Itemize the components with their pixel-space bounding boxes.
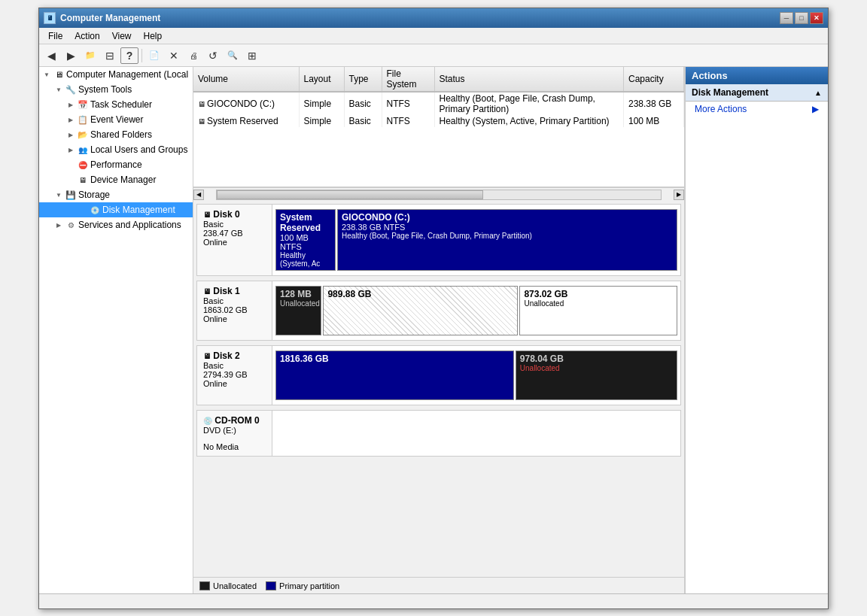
- icon-task-scheduler: 📅: [77, 99, 89, 111]
- partition-block-d2p2[interactable]: 978.04 GB Unallocated: [516, 350, 677, 400]
- title-bar: 🖥 Computer Management ─ □ ✕: [39, 8, 828, 28]
- actions-more-actions[interactable]: More Actions ▶: [686, 102, 828, 117]
- label-disk-management: Disk Management: [102, 205, 175, 215]
- col-layout[interactable]: Layout: [299, 67, 344, 92]
- partition-block-system-reserved[interactable]: System Reserved 100 MB NTFS Healthy (Sys…: [275, 209, 336, 271]
- expand-system-tools[interactable]: ▼: [53, 83, 65, 96]
- disk-0-row: 🖥 Disk 0 Basic 238.47 GB Online System R…: [196, 204, 681, 276]
- partition-block-d1p2[interactable]: 989.88 GB: [323, 286, 518, 335]
- main-window: 🖥 Computer Management ─ □ ✕ File Action …: [38, 8, 829, 609]
- partition-block-giocondo[interactable]: GIOCONDO (C:) 238.38 GB NTFS Healthy (Bo…: [337, 209, 677, 271]
- tree-item-local-users[interactable]: ▶ 👥 Local Users and Groups: [39, 142, 193, 157]
- icon-device-manager: 🖥: [77, 174, 89, 186]
- col-volume[interactable]: Volume: [193, 67, 299, 92]
- tree-item-device-manager[interactable]: ▶ 🖥 Device Manager: [39, 172, 193, 187]
- window-title: Computer Management: [60, 13, 780, 23]
- h-scrollbar[interactable]: ◀ ▶: [193, 187, 684, 201]
- menu-help[interactable]: Help: [138, 29, 169, 43]
- partition-status-d1p1: Unallocated: [280, 299, 317, 308]
- disk-2-size: 2794.39 GB: [203, 370, 266, 379]
- menu-view[interactable]: View: [106, 29, 138, 43]
- tree-item-shared-folders[interactable]: ▶ 📂 Shared Folders: [39, 127, 193, 142]
- disk-1-partitions: 128 MB Unallocated 989.88 GB 873.02 GB U…: [272, 281, 680, 340]
- export-button[interactable]: 📄: [145, 47, 163, 64]
- find-button[interactable]: 🔍: [224, 47, 242, 64]
- cell-fs-1: NTFS: [382, 92, 434, 115]
- print-button[interactable]: 🖨: [184, 47, 202, 64]
- close-button[interactable]: ✕: [810, 12, 823, 24]
- expand-local-users[interactable]: ▶: [65, 144, 77, 156]
- col-filesystem[interactable]: File System: [382, 67, 434, 92]
- scroll-left-btn[interactable]: ◀: [193, 190, 204, 200]
- disk-1-type: Basic: [203, 296, 266, 305]
- col-type[interactable]: Type: [344, 67, 382, 92]
- cdrom-drive: DVD (E:): [203, 426, 266, 435]
- icon-event-viewer: 📋: [77, 114, 89, 126]
- actions-section-disk-management[interactable]: Disk Management ▲: [686, 84, 828, 102]
- expand-event-viewer[interactable]: ▶: [65, 114, 77, 126]
- tree-item-performance[interactable]: ▶ ⛔ Performance: [39, 157, 193, 172]
- icon-root: 🖥: [53, 68, 65, 80]
- expand-services[interactable]: ▶: [53, 219, 65, 231]
- show-hide-button[interactable]: ⊟: [101, 47, 119, 64]
- legend-primary: Primary partition: [266, 581, 339, 590]
- partition-size-giocondo: 238.38 GB NTFS: [342, 223, 673, 232]
- extra-button[interactable]: ⊞: [243, 47, 261, 64]
- help-button[interactable]: ?: [120, 47, 138, 64]
- tree-item-storage[interactable]: ▼ 💾 Storage: [39, 187, 193, 202]
- expand-root[interactable]: ▼: [41, 68, 53, 80]
- tree-item-system-tools[interactable]: ▼ 🔧 System Tools: [39, 82, 193, 97]
- icon-system-tools: 🔧: [65, 83, 77, 96]
- forward-button[interactable]: ▶: [62, 47, 80, 64]
- col-status[interactable]: Status: [434, 67, 624, 92]
- expand-disk-management[interactable]: ▶: [77, 204, 89, 216]
- partition-block-d1p3[interactable]: 873.02 GB Unallocated: [519, 286, 677, 335]
- cell-capacity-1: 238.38 GB: [624, 92, 684, 115]
- restore-button[interactable]: □: [795, 12, 808, 24]
- disk-0-info: 🖥 Disk 0 Basic 238.47 GB Online: [197, 205, 272, 275]
- actions-header: Actions: [686, 67, 828, 84]
- menu-file[interactable]: File: [42, 29, 68, 43]
- icon-performance: ⛔: [77, 159, 89, 171]
- cdrom-0-partitions: [272, 411, 680, 456]
- scroll-right-btn[interactable]: ▶: [674, 190, 684, 200]
- label-storage: Storage: [78, 190, 110, 200]
- refresh-button[interactable]: ↺: [204, 47, 222, 64]
- label-task-scheduler: Task Scheduler: [90, 99, 152, 110]
- toolbar: ◀ ▶ 📁 ⊟ ? 📄 ✕ 🖨 ↺ 🔍 ⊞: [39, 44, 828, 67]
- expand-task-scheduler[interactable]: ▶: [65, 99, 77, 111]
- actions-header-label: Actions: [692, 70, 728, 81]
- menu-bar: File Action View Help: [39, 28, 828, 44]
- minimize-button[interactable]: ─: [780, 12, 793, 24]
- icon-storage: 💾: [65, 189, 77, 201]
- partition-block-d2p1[interactable]: 1816.36 GB: [275, 350, 514, 400]
- partition-name-d2p2: 978.04 GB: [520, 354, 673, 364]
- expand-device-manager[interactable]: ▶: [65, 174, 77, 186]
- menu-action[interactable]: Action: [68, 29, 105, 43]
- table-row[interactable]: 🖥System Reserved Simple Basic NTFS Healt…: [193, 115, 684, 127]
- cell-volume-1: 🖥GIOCONDO (C:): [193, 92, 299, 115]
- tree-item-disk-management[interactable]: ▶ 💿 Disk Management: [39, 202, 193, 217]
- tree-item-task-scheduler[interactable]: ▶ 📅 Task Scheduler: [39, 97, 193, 112]
- up-button[interactable]: 📁: [81, 47, 99, 64]
- expand-storage[interactable]: ▼: [53, 189, 65, 201]
- actions-section-label: Disk Management: [692, 87, 768, 98]
- tree-item-root[interactable]: ▼ 🖥 Computer Management (Local: [39, 67, 193, 82]
- partition-name-sr: System Reserved: [280, 212, 331, 233]
- scrollbar-thumb[interactable]: [217, 190, 483, 199]
- back-button[interactable]: ◀: [42, 47, 60, 64]
- tree-pane: ▼ 🖥 Computer Management (Local ▼ 🔧 Syste…: [39, 67, 193, 593]
- disk-icon-1: 🖥: [203, 287, 211, 296]
- disk-2-type: Basic: [203, 361, 266, 370]
- partition-block-d1p1[interactable]: 128 MB Unallocated: [275, 286, 321, 335]
- tree-item-event-viewer[interactable]: ▶ 📋 Event Viewer: [39, 112, 193, 127]
- delete-button[interactable]: ✕: [165, 47, 183, 64]
- label-root: Computer Management (Local: [66, 69, 188, 80]
- table-row[interactable]: 🖥GIOCONDO (C:) Simple Basic NTFS Healthy…: [193, 92, 684, 115]
- col-capacity[interactable]: Capacity: [624, 67, 684, 92]
- actions-panel: Actions Disk Management ▲ More Actions ▶: [685, 67, 828, 593]
- expand-performance[interactable]: ▶: [65, 159, 77, 171]
- legend-label-unallocated: Unallocated: [213, 581, 257, 590]
- tree-item-services[interactable]: ▶ ⚙ Services and Applications: [39, 217, 193, 232]
- expand-shared-folders[interactable]: ▶: [65, 129, 77, 141]
